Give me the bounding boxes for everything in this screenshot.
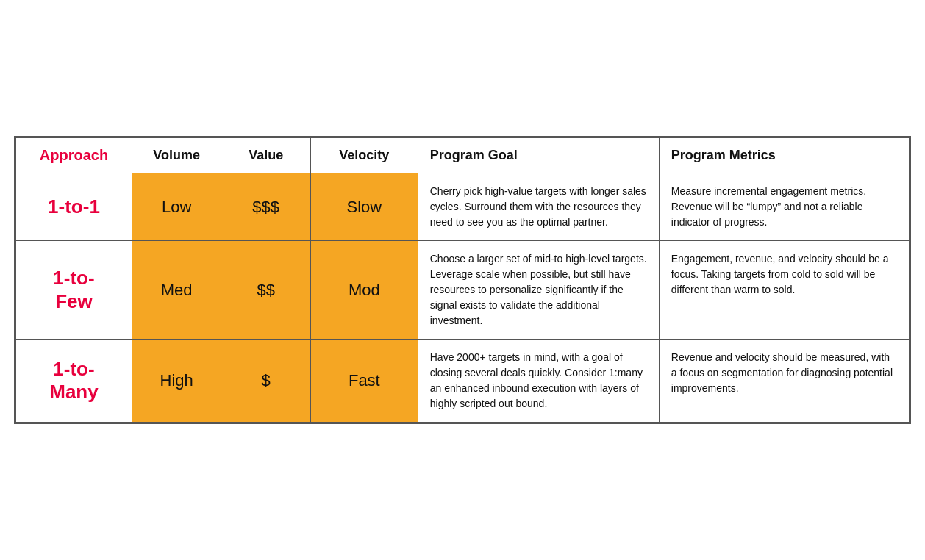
header-program-goal: Program Goal (418, 138, 659, 173)
table-row: 1-to-FewMed$$ModChoose a larger set of m… (16, 241, 910, 340)
metrics-cell-0: Measure incremental engagement metrics. … (659, 173, 909, 241)
header-program-metrics: Program Metrics (659, 138, 909, 173)
metrics-cell-1: Engagement, revenue, and velocity should… (659, 241, 909, 340)
header-row: Approach Volume Value Velocity Program G… (16, 138, 910, 173)
velocity-cell-2: Fast (310, 340, 418, 423)
approach-cell-1: 1-to-Few (16, 241, 132, 340)
header-volume: Volume (132, 138, 221, 173)
goal-cell-0: Cherry pick high-value targets with long… (418, 173, 659, 241)
metrics-cell-2: Revenue and velocity should be measured,… (659, 340, 909, 423)
value-cell-1: $$ (221, 241, 311, 340)
velocity-cell-1: Mod (310, 241, 418, 340)
value-cell-0: $$$ (221, 173, 311, 241)
approach-cell-0: 1-to-1 (16, 173, 132, 241)
table-row: 1-to-ManyHigh$FastHave 2000+ targets in … (16, 340, 910, 423)
main-table-wrapper: Approach Volume Value Velocity Program G… (14, 136, 911, 424)
goal-cell-1: Choose a larger set of mid-to high-level… (418, 241, 659, 340)
header-velocity: Velocity (310, 138, 418, 173)
velocity-cell-0: Slow (310, 173, 418, 241)
volume-cell-1: Med (132, 241, 221, 340)
header-value: Value (221, 138, 311, 173)
value-cell-2: $ (221, 340, 311, 423)
volume-cell-0: Low (132, 173, 221, 241)
table-row: 1-to-1Low$$$SlowCherry pick high-value t… (16, 173, 910, 241)
goal-cell-2: Have 2000+ targets in mind, with a goal … (418, 340, 659, 423)
volume-cell-2: High (132, 340, 221, 423)
approach-cell-2: 1-to-Many (16, 340, 132, 423)
header-approach: Approach (16, 138, 132, 173)
